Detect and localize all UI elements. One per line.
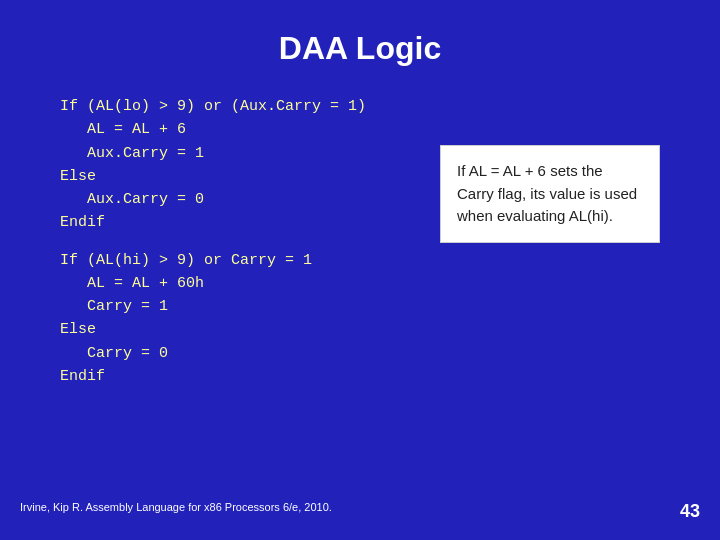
code-line-1: If (AL(lo) > 9) or (Aux.Carry = 1) bbox=[60, 95, 420, 118]
code-blank bbox=[60, 235, 420, 249]
code-line-10: Else bbox=[60, 318, 420, 341]
footer-citation: Irvine, Kip R. Assembly Language for x86… bbox=[20, 501, 332, 522]
content-area: If (AL(lo) > 9) or (Aux.Carry = 1) AL = … bbox=[60, 95, 660, 388]
code-line-11: Carry = 0 bbox=[60, 342, 420, 365]
code-block: If (AL(lo) > 9) or (Aux.Carry = 1) AL = … bbox=[60, 95, 420, 388]
code-line-3: Aux.Carry = 1 bbox=[60, 142, 420, 165]
code-line-2: AL = AL + 6 bbox=[60, 118, 420, 141]
note-box: If AL = AL + 6 sets the Carry flag, its … bbox=[440, 145, 660, 243]
footer-page-number: 43 bbox=[680, 501, 700, 522]
code-line-5: Aux.Carry = 0 bbox=[60, 188, 420, 211]
code-line-12: Endif bbox=[60, 365, 420, 388]
slide: DAA Logic If (AL(lo) > 9) or (Aux.Carry … bbox=[0, 0, 720, 540]
code-line-6: Endif bbox=[60, 211, 420, 234]
code-line-7: If (AL(hi) > 9) or Carry = 1 bbox=[60, 249, 420, 272]
code-line-9: Carry = 1 bbox=[60, 295, 420, 318]
footer: Irvine, Kip R. Assembly Language for x86… bbox=[0, 501, 720, 522]
slide-title: DAA Logic bbox=[60, 30, 660, 67]
code-line-4: Else bbox=[60, 165, 420, 188]
code-line-8: AL = AL + 60h bbox=[60, 272, 420, 295]
